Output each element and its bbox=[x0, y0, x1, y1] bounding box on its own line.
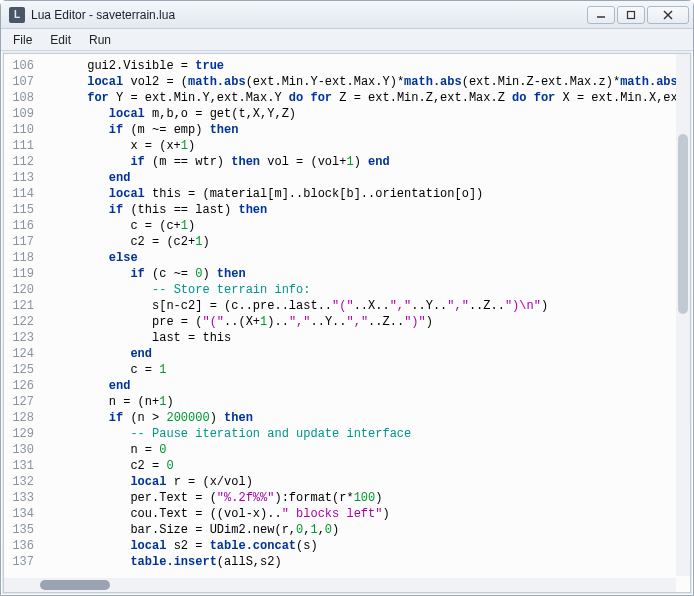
vertical-scroll-thumb[interactable] bbox=[678, 134, 688, 314]
horizontal-scroll-thumb[interactable] bbox=[40, 580, 110, 590]
menu-edit[interactable]: Edit bbox=[42, 31, 79, 49]
app-icon: L bbox=[9, 7, 25, 23]
window-buttons bbox=[587, 6, 689, 24]
window-title: Lua Editor - saveterrain.lua bbox=[31, 8, 587, 22]
horizontal-scrollbar[interactable] bbox=[4, 578, 676, 592]
window-frame: L Lua Editor - saveterrain.lua File Edit… bbox=[0, 0, 694, 596]
menu-file[interactable]: File bbox=[5, 31, 40, 49]
menubar: File Edit Run bbox=[1, 29, 693, 51]
maximize-button[interactable] bbox=[617, 6, 645, 24]
line-number-gutter: 106 107 108 109 110 111 112 113 114 115 … bbox=[4, 54, 40, 592]
code-editor[interactable]: gui2.Visible = true local vol2 = (math.a… bbox=[40, 54, 690, 592]
editor-area: 106 107 108 109 110 111 112 113 114 115 … bbox=[3, 53, 691, 593]
menu-run[interactable]: Run bbox=[81, 31, 119, 49]
close-button[interactable] bbox=[647, 6, 689, 24]
titlebar[interactable]: L Lua Editor - saveterrain.lua bbox=[1, 1, 693, 29]
svg-rect-1 bbox=[628, 11, 635, 18]
minimize-button[interactable] bbox=[587, 6, 615, 24]
vertical-scrollbar[interactable] bbox=[676, 54, 690, 576]
